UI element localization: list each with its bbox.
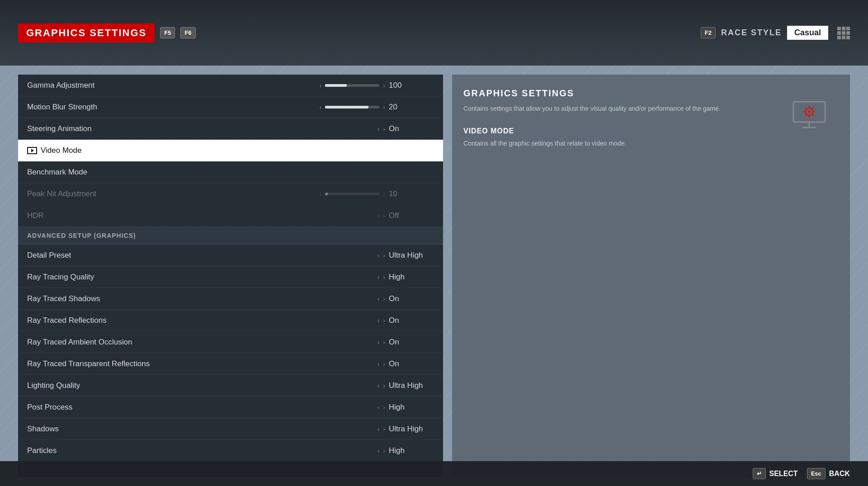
gamma-value: 100 [389,81,434,90]
post-process-left-arrow[interactable]: ‹ [377,404,380,411]
ray-traced-transparent-row[interactable]: Ray Traced Transparent Reflections ‹ › O… [18,353,443,375]
esc-key-badge[interactable]: Esc [807,468,826,479]
lighting-quality-left-arrow[interactable]: ‹ [377,382,380,389]
ray-traced-shadows-left-arrow[interactable]: ‹ [377,295,380,302]
ray-tracing-quality-value: High [389,273,434,282]
f5-key-badge[interactable]: F5 [160,27,175,38]
ray-tracing-quality-left-arrow[interactable]: ‹ [377,274,380,281]
post-process-right-arrow[interactable]: › [383,404,385,411]
steering-animation-label: Steering Animation [27,124,377,133]
motion-blur-right-arrow[interactable]: › [383,104,385,111]
post-process-control[interactable]: ‹ › High [377,403,434,412]
ray-traced-ao-right-arrow[interactable]: › [383,339,385,346]
detail-preset-control[interactable]: ‹ › Ultra High [377,251,434,260]
ray-traced-shadows-control[interactable]: ‹ › On [377,294,434,303]
gamma-right-arrow[interactable]: › [383,82,385,89]
ray-traced-ao-control[interactable]: ‹ › On [377,338,434,347]
hdr-value: Off [389,211,434,220]
page-title: GRAPHICS SETTINGS [26,27,146,39]
back-action: Esc BACK [807,468,850,479]
ray-traced-shadows-row[interactable]: Ray Traced Shadows ‹ › On [18,288,443,310]
ray-traced-reflections-control[interactable]: ‹ › On [377,316,434,325]
peak-nit-left-arrow: ‹ [320,190,322,198]
shadows-right-arrow[interactable]: › [383,425,385,433]
shadows-control[interactable]: ‹ › Ultra High [377,425,434,434]
gamma-left-arrow[interactable]: ‹ [320,82,322,89]
detail-preset-left-arrow[interactable]: ‹ [377,252,380,259]
particles-row[interactable]: Particles ‹ › High [18,440,443,462]
video-mode-row[interactable]: Video Mode [18,140,443,161]
video-mode-description: Contains all the graphic settings that r… [463,139,839,148]
steering-animation-row[interactable]: Steering Animation ‹ › On [18,118,443,140]
motion-blur-slider[interactable] [325,106,379,109]
ray-traced-reflections-right-arrow[interactable]: › [383,317,385,324]
lighting-quality-row[interactable]: Lighting Quality ‹ › Ultra High [18,375,443,396]
peak-nit-row: Peak Nit Adjustment ‹ › 10 [18,183,443,205]
lighting-quality-right-arrow[interactable]: › [383,382,385,389]
particles-label: Particles [27,446,377,455]
shadows-label: Shadows [27,425,377,434]
detail-preset-label: Detail Preset [27,251,377,260]
benchmark-mode-row[interactable]: Benchmark Mode [18,161,443,183]
back-label: BACK [829,470,850,478]
ray-traced-ao-row[interactable]: Ray Traced Ambient Occlusion ‹ › On [18,331,443,353]
shadows-row[interactable]: Shadows ‹ › Ultra High [18,418,443,440]
motion-blur-left-arrow[interactable]: ‹ [320,104,322,111]
gamma-row[interactable]: Gamma Adjustment ‹ › 100 [18,75,443,96]
main-content: Gamma Adjustment ‹ › 100 Motion Blur Str… [0,66,868,486]
benchmark-mode-label: Benchmark Mode [27,168,434,177]
svg-line-12 [805,114,807,116]
right-panel-title: GRAPHICS SETTINGS [463,88,839,99]
motion-blur-value: 20 [389,103,434,112]
settings-list: Gamma Adjustment ‹ › 100 Motion Blur Str… [18,75,443,462]
ray-traced-reflections-left-arrow[interactable]: ‹ [377,317,380,324]
post-process-label: Post Process [27,403,377,412]
ray-traced-reflections-value: On [389,316,434,325]
gamma-control[interactable]: ‹ › 100 [320,81,434,90]
detail-preset-right-arrow[interactable]: › [383,252,385,259]
shadows-value: Ultra High [389,425,434,434]
ray-traced-shadows-value: On [389,294,434,303]
race-style-value: Casual [787,26,828,40]
ray-traced-transparent-control[interactable]: ‹ › On [377,359,434,368]
gamma-slider[interactable] [325,84,379,87]
motion-blur-label: Motion Blur Strength [27,103,320,112]
steering-left-arrow[interactable]: ‹ [377,125,380,132]
f6-key-badge[interactable]: F6 [180,27,195,38]
ray-traced-transparent-right-arrow[interactable]: › [383,360,385,368]
select-key-badge[interactable]: ↵ [753,468,766,479]
detail-preset-row[interactable]: Detail Preset ‹ › Ultra High [18,245,443,266]
hdr-label: HDR [27,211,377,220]
particles-control[interactable]: ‹ › High [377,446,434,455]
right-panel-inner: GRAPHICS SETTINGS Contains settings that… [463,88,839,148]
right-header-section: F2 RACE STYLE Casual [701,26,850,40]
particles-left-arrow[interactable]: ‹ [377,447,380,454]
steering-animation-control[interactable]: ‹ › On [377,124,434,133]
motion-blur-control[interactable]: ‹ › 20 [320,103,434,112]
race-style-label: RACE STYLE [721,28,782,38]
particles-right-arrow[interactable]: › [383,447,385,454]
ray-traced-transparent-label: Ray Traced Transparent Reflections [27,359,377,368]
ray-traced-transparent-left-arrow[interactable]: ‹ [377,360,380,368]
lighting-quality-control[interactable]: ‹ › Ultra High [377,381,434,390]
title-bar: GRAPHICS SETTINGS [18,24,155,42]
ray-traced-reflections-row[interactable]: Ray Traced Reflections ‹ › On [18,310,443,331]
motion-blur-row[interactable]: Motion Blur Strength ‹ › 20 [18,96,443,118]
ray-traced-ao-value: On [389,338,434,347]
advanced-setup-header: ADVANCED SETUP (GRAPHICS) [18,226,443,245]
peak-nit-slider-fill [325,193,328,195]
ray-tracing-quality-row[interactable]: Ray Tracing Quality ‹ › High [18,266,443,288]
ray-traced-shadows-right-arrow[interactable]: › [383,295,385,302]
post-process-value: High [389,403,434,412]
f2-key-badge[interactable]: F2 [701,27,716,38]
ray-tracing-quality-right-arrow[interactable]: › [383,274,385,281]
ray-traced-ao-left-arrow[interactable]: ‹ [377,339,380,346]
svg-point-4 [808,110,811,113]
select-action: ↵ SELECT [753,468,798,479]
video-mode-title: VIDEO MODE [463,127,839,135]
shadows-left-arrow[interactable]: ‹ [377,425,380,433]
post-process-row[interactable]: Post Process ‹ › High [18,396,443,418]
ray-tracing-quality-control[interactable]: ‹ › High [377,273,434,282]
right-panel-description: Contains settings that allow you to adju… [463,104,839,113]
steering-right-arrow[interactable]: › [383,125,385,132]
